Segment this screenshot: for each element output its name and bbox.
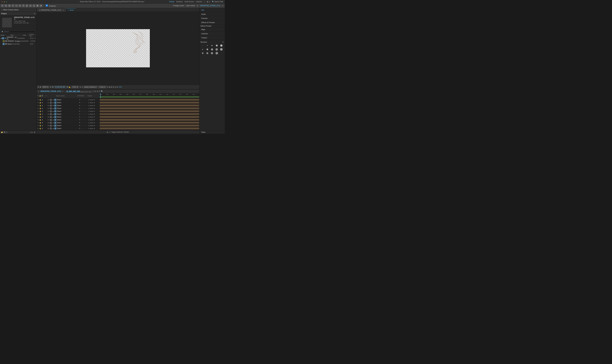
workspace-overflow[interactable]: » — [204, 1, 205, 2]
timecode-display[interactable]: 0;00;00;00 — [54, 86, 66, 88]
workspace-standard[interactable]: Standard — [176, 1, 183, 2]
search-help[interactable]: 🔍 Search Help — [212, 1, 223, 2]
layout-dropdown[interactable]: 1 View ▼ — [98, 86, 107, 88]
viewer-icon-4[interactable]: 📷 — [52, 86, 54, 88]
brush-cell-2[interactable] — [205, 44, 209, 47]
panel-item-libraries[interactable]: Libraries — [199, 32, 225, 36]
brush-cell-10[interactable] — [219, 48, 223, 51]
render-21[interactable]: ✱ — [41, 102, 43, 104]
viewer-extra-4[interactable]: ⊟ — [113, 86, 114, 88]
panel-item-preview[interactable]: Preview — [199, 16, 225, 20]
ruler-icon[interactable]: 📐 — [69, 86, 71, 88]
toggle-switches-label[interactable]: Toggle Switches / Modes — [111, 131, 129, 133]
expand-21[interactable]: ▶ — [52, 102, 54, 104]
brush-cell-13[interactable] — [210, 52, 214, 55]
brush-cell-12[interactable] — [205, 52, 209, 55]
tool-selection[interactable]: ↖ — [1, 4, 4, 7]
brush-cell-11[interactable] — [201, 52, 205, 55]
tl-ctrl-1[interactable]: ⟨⟨ — [93, 90, 94, 92]
layer-row-26[interactable]: 👁🔒✱ 26 ▶ CSteam ✱//// ⊙None▼ — [37, 116, 99, 118]
tl-ctrl-4[interactable]: ⊡ — [99, 90, 100, 92]
viewer-extra-5[interactable]: ⊡ — [115, 86, 116, 88]
solo-28[interactable] — [50, 122, 52, 124]
panel-item-tracker[interactable]: Tracker — [199, 36, 225, 40]
tl-ctrl-3[interactable]: ⊕ — [97, 90, 98, 92]
viewer-extra-6[interactable]: ⊕ — [117, 86, 118, 88]
footage-tab-panel[interactable]: ⊡ DRIKAFFEE_STEAM_v2-01 ✕ — [37, 8, 66, 12]
tool-pen[interactable]: ✏ — [18, 4, 21, 7]
project-panel-header[interactable]: Project ≡ — [0, 12, 37, 16]
layer-row-25[interactable]: 👁🔒✱ 25 ▶ CSteam ✱//// ⊙None▼ — [37, 113, 99, 116]
brush-cell-14[interactable] — [215, 52, 219, 55]
layer-row-27[interactable]: 👁🔒✱ 27 ▶ CSteam ✱//// ⊙None▼ — [37, 118, 99, 121]
solo-21[interactable] — [50, 102, 52, 104]
project-menu-icon[interactable]: ≡ — [34, 13, 35, 14]
comp-close-icon[interactable]: ✕ — [62, 9, 64, 11]
tool-eraser[interactable]: ◻ — [32, 4, 35, 7]
layer-tab[interactable]: Layer (none) — [185, 4, 196, 7]
expand-30[interactable]: ▶ — [52, 128, 54, 130]
layer-row-29[interactable]: 👁🔒✱ 29 ▶ CSteam ✱//// ⊙None▼ — [37, 124, 99, 127]
tool-position[interactable]: + — [12, 4, 14, 7]
switch-2-20[interactable]: / — [81, 99, 82, 101]
brush-cell-3[interactable] — [210, 44, 214, 47]
camera-icon[interactable]: 📷 — [66, 86, 68, 88]
project-item-0[interactable]: ▶ C DRIKAFF...v2-01 Composition 29.97 🎵 — [0, 37, 37, 40]
viewer-icon-1[interactable]: ⊟ — [38, 86, 39, 88]
switch-4-20[interactable]: / — [84, 99, 86, 101]
project-new-comp-btn[interactable]: 🎬 — [3, 131, 5, 133]
layer-row-21[interactable]: 👁🔒✱ 21 ▶ CSteam ✱//// ⊙None▼ — [37, 101, 99, 104]
vis-lock-20[interactable]: 🔒 — [39, 99, 41, 101]
solo-25[interactable] — [50, 113, 52, 115]
footer-btn-1[interactable]: ▶ — [107, 131, 108, 133]
brush-cell-8[interactable] — [210, 48, 214, 51]
layer-expand-20[interactable]: ▶ — [52, 99, 54, 101]
trash-btn[interactable]: 🗑 — [34, 131, 36, 133]
traffic-light-max[interactable]: ● — [6, 1, 7, 2]
timeline-menu-btn[interactable]: ≡ — [62, 91, 63, 92]
brush-cell-4[interactable] — [215, 44, 219, 47]
snapping-checkbox[interactable]: Snapping — [45, 4, 56, 7]
layer-row-30[interactable]: 👁🔒✱ 30 ▶ CSteam ✱//// ⊙None▼ — [37, 127, 99, 130]
quality-dropdown[interactable]: ( Full ) ▼ — [71, 86, 79, 88]
lock-21[interactable]: 🔒 — [39, 102, 41, 104]
workspace-default[interactable]: Default — [169, 1, 174, 2]
viewer-icon-2[interactable]: ⊠ — [40, 86, 41, 88]
brush-cell-1[interactable] — [201, 44, 205, 47]
expand-28[interactable]: ▶ — [52, 122, 54, 124]
layer-row-20[interactable]: 👁 🔒 ✱ 20 ▶ C Steam — [37, 98, 99, 101]
viewer-extra-3[interactable]: ⊞ — [111, 86, 112, 88]
expand-22[interactable]: ▶ — [52, 105, 54, 106]
project-settings-btn[interactable]: ⚙ — [6, 131, 8, 133]
layer-solo-20[interactable] — [50, 99, 52, 101]
tl-ctrl-2[interactable]: ⊟ — [95, 90, 96, 92]
comp-tab[interactable]: DRIKAFFEE_STEAM_v2-01 — [199, 4, 221, 7]
tool-rectangle[interactable]: □ — [15, 4, 18, 7]
expand-27[interactable]: ▶ — [52, 119, 54, 121]
playhead[interactable] — [100, 93, 101, 98]
switch-3-20[interactable]: / — [82, 99, 84, 101]
expand-25[interactable]: ▶ — [52, 113, 54, 115]
solo-24[interactable] — [50, 110, 52, 112]
vis-render-20[interactable]: ✱ — [41, 99, 43, 101]
workspace-libraries[interactable]: Libraries — [196, 1, 202, 2]
panel-item-align[interactable]: Align — [199, 27, 225, 32]
steam-tab-panel[interactable]: ◁ Steam — [66, 8, 76, 12]
project-item-2[interactable]: C Steam Composition 29.97 — [0, 42, 37, 45]
brush-cell-9[interactable] — [215, 48, 219, 51]
brush-cell-6[interactable] — [201, 48, 205, 51]
brush-cell-5[interactable] — [219, 44, 223, 47]
expand-24[interactable]: ▶ — [52, 110, 54, 112]
solo-27[interactable] — [50, 119, 52, 121]
layer-row-24[interactable]: 👁🔒✱ 24 ▶ CSteam ✱//// ⊙None▼ — [37, 110, 99, 113]
tool-brush[interactable]: 🖌 — [26, 4, 28, 7]
eye-21[interactable]: 👁 — [37, 102, 39, 104]
col-name-header[interactable]: Name — [1, 34, 8, 36]
effect-close-btn[interactable]: ✕ — [1, 9, 2, 11]
tool-clone[interactable]: ✦ — [29, 4, 32, 7]
tool-text[interactable]: T — [22, 4, 25, 7]
camera-dropdown[interactable]: Active Camera ▼ — [83, 86, 97, 88]
expand-23[interactable]: ▶ — [52, 107, 54, 109]
layer-row-23[interactable]: 👁🔒✱ 23 ▶ CSteam ✱//// ⊙None▼ — [37, 107, 99, 110]
viewer-extra-1[interactable]: ⊟ — [107, 86, 108, 88]
